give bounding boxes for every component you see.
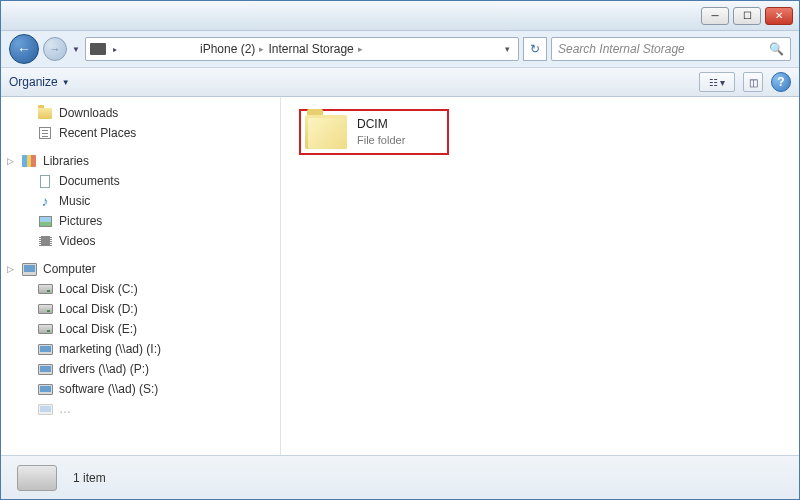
preview-pane-icon: ◫ xyxy=(749,77,758,88)
nav-recent-places[interactable]: Recent Places xyxy=(1,123,280,143)
nav-label: Recent Places xyxy=(59,126,136,140)
music-icon: ♪ xyxy=(37,193,53,209)
nav-label: Local Disk (C:) xyxy=(59,282,138,296)
network-drive-icon xyxy=(37,381,53,397)
nav-label: drivers (\\ad) (P:) xyxy=(59,362,149,376)
nav-label: Music xyxy=(59,194,90,208)
status-bar: 1 item xyxy=(1,455,799,499)
nav-label: Libraries xyxy=(43,154,89,168)
folder-name: DCIM xyxy=(357,117,405,133)
network-drive-icon xyxy=(37,361,53,377)
view-options-button[interactable]: ☷ ▾ xyxy=(699,72,735,92)
device-icon xyxy=(17,465,57,491)
close-icon: ✕ xyxy=(775,10,783,21)
drive-icon xyxy=(37,301,53,317)
pictures-icon xyxy=(37,213,53,229)
chevron-right-icon: ▸ xyxy=(358,44,363,54)
nav-disk-e[interactable]: Local Disk (E:) xyxy=(1,319,280,339)
nav-label: Local Disk (E:) xyxy=(59,322,137,336)
nav-label: software (\\ad) (S:) xyxy=(59,382,158,396)
organize-menu[interactable]: Organize ▼ xyxy=(9,75,70,89)
network-drive-icon xyxy=(37,401,53,417)
nav-net-drivers[interactable]: drivers (\\ad) (P:) xyxy=(1,359,280,379)
refresh-icon: ↻ xyxy=(530,42,540,56)
libraries-icon xyxy=(21,153,37,169)
titlebar: ─ ☐ ✕ xyxy=(1,1,799,31)
nav-videos[interactable]: Videos xyxy=(1,231,280,251)
device-icon xyxy=(90,43,106,55)
navigation-pane[interactable]: Downloads Recent Places ▷Libraries Docum… xyxy=(1,97,281,455)
breadcrumb[interactable]: ▸ iPhone (2) ▸ Internal Storage ▸ ▾ xyxy=(85,37,519,61)
documents-icon xyxy=(37,173,53,189)
minimize-icon: ─ xyxy=(711,10,718,21)
nav-music[interactable]: ♪Music xyxy=(1,191,280,211)
chevron-down-icon: ▼ xyxy=(62,78,70,87)
search-input[interactable]: Search Internal Storage 🔍 xyxy=(551,37,791,61)
nav-label: Local Disk (D:) xyxy=(59,302,138,316)
expand-icon[interactable]: ▷ xyxy=(7,264,14,274)
forward-button[interactable]: → xyxy=(43,37,67,61)
refresh-button[interactable]: ↻ xyxy=(523,37,547,61)
nav-pictures[interactable]: Pictures xyxy=(1,211,280,231)
nav-label: Pictures xyxy=(59,214,102,228)
chevron-right-icon: ▸ xyxy=(259,44,264,54)
drive-icon xyxy=(37,321,53,337)
drive-icon xyxy=(37,281,53,297)
computer-icon xyxy=(21,261,37,277)
nav-label: Computer xyxy=(43,262,96,276)
folder-label: DCIM File folder xyxy=(357,117,405,147)
nav-label: Documents xyxy=(59,174,120,188)
close-button[interactable]: ✕ xyxy=(765,7,793,25)
maximize-icon: ☐ xyxy=(743,10,752,21)
explorer-window: ─ ☐ ✕ ← → ▼ ▸ iPhone (2) ▸ Internal Stor… xyxy=(0,0,800,500)
folder-icon xyxy=(37,105,53,121)
folder-type: File folder xyxy=(357,133,405,147)
chevron-right-icon: ▸ xyxy=(110,37,120,61)
nav-label: Videos xyxy=(59,234,95,248)
nav-disk-c[interactable]: Local Disk (C:) xyxy=(1,279,280,299)
chevron-down-icon: ▼ xyxy=(72,45,80,54)
search-placeholder: Search Internal Storage xyxy=(558,42,685,56)
nav-label: … xyxy=(59,402,71,416)
nav-history-dropdown[interactable]: ▼ xyxy=(71,37,81,61)
expand-icon[interactable]: ▷ xyxy=(7,156,14,166)
videos-icon xyxy=(37,233,53,249)
nav-computer[interactable]: ▷Computer xyxy=(1,259,280,279)
organize-label: Organize xyxy=(9,75,58,89)
breadcrumb-dropdown[interactable]: ▾ xyxy=(501,44,514,54)
address-bar: ← → ▼ ▸ iPhone (2) ▸ Internal Storage ▸ … xyxy=(1,31,799,67)
status-item-count: 1 item xyxy=(73,471,106,485)
explorer-body: Downloads Recent Places ▷Libraries Docum… xyxy=(1,97,799,455)
folder-dcim[interactable]: DCIM File folder xyxy=(299,109,449,155)
arrow-left-icon: ← xyxy=(17,41,31,57)
nav-label: Downloads xyxy=(59,106,118,120)
help-button[interactable]: ? xyxy=(771,72,791,92)
nav-net-software[interactable]: software (\\ad) (S:) xyxy=(1,379,280,399)
back-button[interactable]: ← xyxy=(9,34,39,64)
arrow-right-icon: → xyxy=(50,43,61,55)
breadcrumb-seg-storage[interactable]: Internal Storage xyxy=(268,42,353,56)
content-pane[interactable]: DCIM File folder xyxy=(281,97,799,455)
maximize-button[interactable]: ☐ xyxy=(733,7,761,25)
folder-icon xyxy=(305,115,347,149)
nav-disk-d[interactable]: Local Disk (D:) xyxy=(1,299,280,319)
recent-icon xyxy=(37,125,53,141)
preview-pane-button[interactable]: ◫ xyxy=(743,72,763,92)
nav-downloads[interactable]: Downloads xyxy=(1,103,280,123)
minimize-button[interactable]: ─ xyxy=(701,7,729,25)
nav-label: marketing (\\ad) (I:) xyxy=(59,342,161,356)
nav-item-cut: … xyxy=(1,399,280,419)
nav-libraries[interactable]: ▷Libraries xyxy=(1,151,280,171)
toolbar: Organize ▼ ☷ ▾ ◫ ? xyxy=(1,67,799,97)
nav-net-marketing[interactable]: marketing (\\ad) (I:) xyxy=(1,339,280,359)
help-icon: ? xyxy=(777,75,784,89)
view-icon: ☷ ▾ xyxy=(709,77,726,88)
network-drive-icon xyxy=(37,341,53,357)
breadcrumb-seg-device[interactable]: iPhone (2) xyxy=(200,42,255,56)
nav-documents[interactable]: Documents xyxy=(1,171,280,191)
search-icon: 🔍 xyxy=(769,42,784,56)
